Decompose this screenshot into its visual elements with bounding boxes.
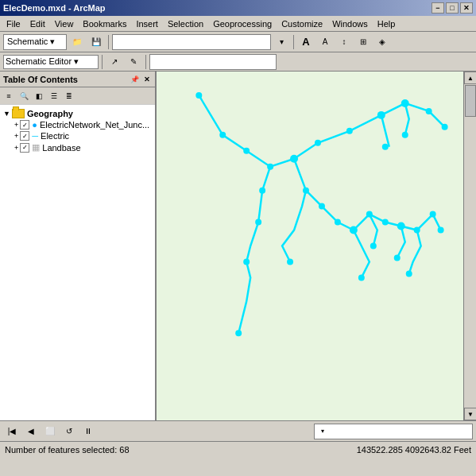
menu-view[interactable]: View bbox=[50, 17, 79, 30]
save-button[interactable]: 💾 bbox=[87, 33, 105, 51]
menu-file[interactable]: File bbox=[2, 17, 25, 30]
menu-selection[interactable]: Selection bbox=[163, 17, 208, 30]
toc-group-header: ▼ Geography bbox=[2, 108, 153, 119]
toc-src-btn[interactable]: 🔍 bbox=[17, 89, 31, 103]
svg-point-13 bbox=[430, 211, 436, 218]
svg-point-26 bbox=[401, 99, 409, 107]
schematic-editor-toolbar: Schematic Editor ▾ ↗ ✎ bbox=[0, 52, 476, 72]
title-bar-controls: − □ ✕ bbox=[431, 2, 473, 14]
menu-customize[interactable]: Customize bbox=[277, 17, 327, 30]
scroll-up-btn[interactable]: ▲ bbox=[464, 72, 476, 84]
toc-layer-landbase: + ✓ ▦ Landbase bbox=[2, 141, 153, 153]
svg-point-15 bbox=[358, 274, 365, 281]
dropdown-btn[interactable]: ▾ bbox=[273, 33, 290, 51]
toc-sel-btn[interactable]: ☰ bbox=[47, 89, 61, 103]
tool4[interactable]: ⊞ bbox=[354, 33, 372, 51]
zoom-arrow: ▾ bbox=[321, 428, 324, 435]
edit-tool2[interactable]: ✎ bbox=[125, 53, 142, 71]
bottom-toolbar: |◀ ◀ ⬜ ↺ ⏸ ▾ bbox=[0, 420, 476, 441]
toc-layer-electric: + ✓ ─ Electric bbox=[2, 130, 153, 141]
toc-title: Table Of Contents bbox=[3, 75, 78, 84]
tool3[interactable]: ↕ bbox=[335, 33, 353, 51]
svg-point-9 bbox=[366, 211, 373, 218]
minimize-button[interactable]: − bbox=[431, 2, 444, 14]
svg-point-7 bbox=[335, 219, 341, 226]
schematic-dropdown[interactable]: Schematic ▾ bbox=[3, 34, 67, 50]
svg-point-25 bbox=[377, 111, 385, 119]
close-button[interactable]: ✕ bbox=[460, 2, 473, 14]
menu-bar: File Edit View Bookmarks Insert Selectio… bbox=[0, 16, 476, 32]
svg-point-21 bbox=[243, 258, 250, 265]
svg-point-5 bbox=[303, 188, 309, 194]
maximize-button[interactable]: □ bbox=[446, 2, 459, 14]
status-bar: Number of features selected: 68 143522.2… bbox=[0, 441, 476, 457]
toc-close[interactable]: ✕ bbox=[142, 75, 152, 83]
svg-point-14 bbox=[438, 227, 444, 234]
toc-layer-junc: + ✓ ● ElectricNetwork_Net_Junc... bbox=[2, 119, 153, 130]
nav-first[interactable]: |◀ bbox=[3, 423, 21, 440]
electric-label: Electric bbox=[41, 131, 69, 141]
svg-point-1 bbox=[219, 132, 226, 138]
toc-pin[interactable]: 📌 bbox=[129, 75, 141, 83]
junc-expand[interactable]: + bbox=[14, 121, 18, 129]
svg-point-22 bbox=[235, 330, 242, 336]
sep1 bbox=[108, 35, 109, 49]
junc-label: ElectricNetwork_Net_Junc... bbox=[40, 120, 149, 130]
map-canvas[interactable] bbox=[157, 72, 463, 420]
svg-point-11 bbox=[397, 223, 405, 230]
electric-expand[interactable]: + bbox=[14, 132, 18, 140]
menu-edit[interactable]: Edit bbox=[25, 17, 50, 30]
nav-box[interactable]: ⬜ bbox=[41, 423, 59, 440]
search-input[interactable] bbox=[112, 34, 271, 50]
svg-point-4 bbox=[290, 155, 298, 163]
menu-insert[interactable]: Insert bbox=[131, 17, 163, 30]
nav-pause[interactable]: ⏸ bbox=[79, 423, 97, 440]
schematic-editor-dropdown[interactable]: Schematic Editor ▾ bbox=[3, 55, 99, 69]
menu-help[interactable]: Help bbox=[373, 17, 401, 30]
menu-windows[interactable]: Windows bbox=[327, 17, 373, 30]
nav-prev[interactable]: ◀ bbox=[22, 423, 40, 440]
font-a-small[interactable]: A bbox=[316, 33, 334, 51]
title-bar: ElecDemo.mxd - ArcMap − □ ✕ bbox=[0, 0, 476, 16]
svg-point-23 bbox=[315, 140, 321, 146]
font-a-large[interactable]: A bbox=[297, 33, 315, 51]
svg-point-16 bbox=[370, 243, 377, 250]
scroll-thumb[interactable] bbox=[465, 85, 476, 117]
group-expand[interactable]: ▼ bbox=[3, 110, 10, 118]
toc-content: ▼ Geography + ✓ ● ElectricNetwork_Net_Ju… bbox=[0, 105, 155, 420]
network-diagram bbox=[157, 72, 463, 420]
scroll-track bbox=[464, 84, 476, 408]
svg-point-30 bbox=[402, 132, 408, 138]
group-folder-icon bbox=[12, 109, 25, 118]
title-bar-text: ElecDemo.mxd - ArcMap bbox=[3, 3, 106, 13]
svg-point-8 bbox=[350, 226, 358, 234]
svg-point-27 bbox=[426, 108, 432, 114]
svg-point-31 bbox=[287, 258, 293, 265]
electric-checkbox[interactable]: ✓ bbox=[20, 131, 29, 141]
toc-group-geography: ▼ Geography + ✓ ● ElectricNetwork_Net_Ju… bbox=[2, 108, 153, 153]
svg-point-28 bbox=[442, 124, 448, 130]
tool5[interactable]: ◈ bbox=[373, 33, 391, 51]
landbase-expand[interactable]: + bbox=[14, 144, 18, 152]
menu-bookmarks[interactable]: Bookmarks bbox=[78, 17, 131, 30]
landbase-checkbox[interactable]: ✓ bbox=[20, 143, 29, 153]
toc-layer-btn[interactable]: ◧ bbox=[32, 89, 46, 103]
features-selected: Number of features selected: 68 bbox=[5, 445, 130, 455]
svg-point-3 bbox=[267, 164, 273, 170]
nav-refresh[interactable]: ↺ bbox=[60, 423, 78, 440]
zoom-dropdown[interactable]: ▾ bbox=[314, 424, 473, 439]
toc-header-controls: 📌 ✕ bbox=[129, 75, 152, 83]
schematic-label: Schematic ▾ bbox=[7, 37, 55, 47]
junc-checkbox[interactable]: ✓ bbox=[20, 120, 29, 130]
toc-list-btn[interactable]: ≡ bbox=[2, 89, 16, 103]
open-button[interactable]: 📁 bbox=[68, 33, 86, 51]
svg-point-6 bbox=[319, 203, 325, 210]
menu-geoprocessing[interactable]: Geoprocessing bbox=[208, 17, 277, 30]
editor-input[interactable] bbox=[149, 54, 277, 70]
sep2 bbox=[293, 35, 294, 49]
scroll-down-btn[interactable]: ▼ bbox=[464, 408, 476, 420]
toc-opt-btn[interactable]: ≣ bbox=[62, 89, 76, 103]
edit-tool1[interactable]: ↗ bbox=[106, 53, 123, 71]
sep3 bbox=[102, 55, 103, 69]
svg-point-24 bbox=[346, 128, 353, 134]
